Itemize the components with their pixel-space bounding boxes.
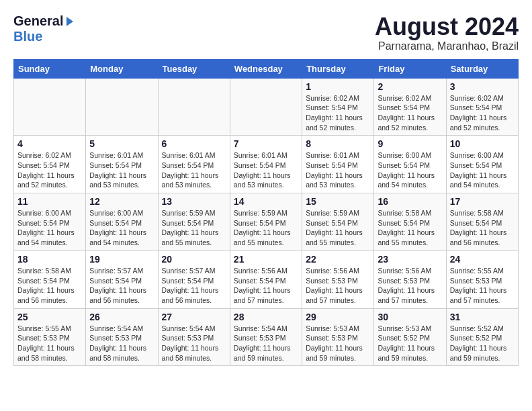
calendar-cell: 21Sunrise: 5:56 AMSunset: 5:54 PMDayligh…	[230, 250, 302, 308]
calendar-header: SundayMondayTuesdayWednesdayThursdayFrid…	[14, 59, 519, 78]
day-number: 27	[162, 312, 226, 322]
calendar-cell: 22Sunrise: 5:56 AMSunset: 5:53 PMDayligh…	[302, 250, 374, 308]
calendar-cell: 24Sunrise: 5:55 AMSunset: 5:53 PMDayligh…	[446, 250, 518, 308]
week-row-5: 25Sunrise: 5:55 AMSunset: 5:53 PMDayligh…	[14, 308, 519, 366]
day-info: Sunrise: 6:00 AMSunset: 5:54 PMDaylight:…	[450, 150, 515, 190]
day-number: 11	[17, 196, 82, 207]
calendar-cell: 27Sunrise: 5:54 AMSunset: 5:53 PMDayligh…	[158, 308, 230, 366]
day-number: 21	[234, 254, 298, 265]
calendar-cell: 15Sunrise: 5:59 AMSunset: 5:54 PMDayligh…	[302, 193, 374, 251]
day-info: Sunrise: 5:58 AMSunset: 5:54 PMDaylight:…	[17, 266, 82, 306]
day-info: Sunrise: 5:56 AMSunset: 5:53 PMDaylight:…	[306, 266, 370, 306]
svg-marker-0	[66, 17, 73, 26]
calendar-cell: 11Sunrise: 6:00 AMSunset: 5:54 PMDayligh…	[14, 193, 86, 251]
day-number: 30	[378, 312, 442, 322]
calendar-cell: 28Sunrise: 5:54 AMSunset: 5:53 PMDayligh…	[230, 308, 302, 366]
calendar-cell: 12Sunrise: 6:00 AMSunset: 5:54 PMDayligh…	[86, 193, 158, 251]
day-number: 13	[162, 196, 226, 207]
day-info: Sunrise: 5:52 AMSunset: 5:52 PMDaylight:…	[450, 324, 515, 363]
day-header-thursday: Thursday	[302, 59, 374, 78]
calendar-cell: 1Sunrise: 6:02 AMSunset: 5:54 PMDaylight…	[302, 78, 374, 136]
calendar-cell: 18Sunrise: 5:58 AMSunset: 5:54 PMDayligh…	[14, 250, 86, 308]
day-info: Sunrise: 5:58 AMSunset: 5:54 PMDaylight:…	[450, 208, 515, 248]
calendar-cell: 6Sunrise: 6:01 AMSunset: 5:54 PMDaylight…	[158, 136, 230, 193]
day-info: Sunrise: 5:53 AMSunset: 5:52 PMDaylight:…	[378, 324, 442, 363]
day-number: 14	[234, 196, 298, 207]
logo: General Blue	[13, 13, 77, 44]
day-info: Sunrise: 5:54 AMSunset: 5:53 PMDaylight:…	[89, 324, 154, 363]
week-row-2: 4Sunrise: 6:02 AMSunset: 5:54 PMDaylight…	[14, 136, 519, 193]
calendar-cell: 25Sunrise: 5:55 AMSunset: 5:53 PMDayligh…	[14, 308, 86, 366]
day-header-monday: Monday	[86, 59, 158, 78]
calendar-cell: 14Sunrise: 5:59 AMSunset: 5:54 PMDayligh…	[230, 193, 302, 251]
calendar-cell: 26Sunrise: 5:54 AMSunset: 5:53 PMDayligh…	[86, 308, 158, 366]
calendar-cell: 2Sunrise: 6:02 AMSunset: 5:54 PMDaylight…	[374, 78, 446, 136]
calendar-cell: 16Sunrise: 5:58 AMSunset: 5:54 PMDayligh…	[374, 193, 446, 251]
calendar-cell: 23Sunrise: 5:56 AMSunset: 5:53 PMDayligh…	[374, 250, 446, 308]
calendar-cell: 5Sunrise: 6:01 AMSunset: 5:54 PMDaylight…	[86, 136, 158, 193]
calendar-cell: 3Sunrise: 6:02 AMSunset: 5:54 PMDaylight…	[446, 78, 518, 136]
calendar-cell: 9Sunrise: 6:00 AMSunset: 5:54 PMDaylight…	[374, 136, 446, 193]
day-info: Sunrise: 5:57 AMSunset: 5:54 PMDaylight:…	[89, 266, 154, 306]
logo-blue-text: Blue	[13, 29, 42, 44]
calendar-cell: 8Sunrise: 6:01 AMSunset: 5:54 PMDaylight…	[302, 136, 374, 193]
day-number: 2	[378, 81, 442, 92]
day-info: Sunrise: 5:59 AMSunset: 5:54 PMDaylight:…	[234, 208, 298, 248]
day-info: Sunrise: 6:00 AMSunset: 5:54 PMDaylight:…	[89, 208, 154, 248]
day-header-wednesday: Wednesday	[230, 59, 302, 78]
calendar-cell	[14, 78, 86, 136]
calendar-cell: 20Sunrise: 5:57 AMSunset: 5:54 PMDayligh…	[158, 250, 230, 308]
calendar-cell: 30Sunrise: 5:53 AMSunset: 5:52 PMDayligh…	[374, 308, 446, 366]
day-info: Sunrise: 5:57 AMSunset: 5:54 PMDaylight:…	[162, 266, 226, 306]
day-info: Sunrise: 6:01 AMSunset: 5:54 PMDaylight:…	[89, 150, 154, 190]
day-info: Sunrise: 6:01 AMSunset: 5:54 PMDaylight:…	[306, 150, 370, 190]
day-number: 9	[378, 138, 442, 149]
day-number: 12	[89, 196, 154, 207]
day-info: Sunrise: 5:56 AMSunset: 5:54 PMDaylight:…	[234, 266, 298, 306]
day-number: 8	[306, 138, 370, 149]
calendar-cell: 4Sunrise: 6:02 AMSunset: 5:54 PMDaylight…	[14, 136, 86, 193]
day-number: 19	[89, 254, 154, 265]
header-row: SundayMondayTuesdayWednesdayThursdayFrid…	[14, 59, 519, 78]
logo-arrow-icon	[64, 15, 76, 28]
calendar-cell: 29Sunrise: 5:53 AMSunset: 5:53 PMDayligh…	[302, 308, 374, 366]
day-info: Sunrise: 6:00 AMSunset: 5:54 PMDaylight:…	[378, 150, 442, 190]
title-block: August 2024 Parnarama, Maranhao, Brazil	[375, 13, 519, 52]
location-subtitle: Parnarama, Maranhao, Brazil	[375, 40, 519, 52]
calendar-cell: 10Sunrise: 6:00 AMSunset: 5:54 PMDayligh…	[446, 136, 518, 193]
day-info: Sunrise: 5:55 AMSunset: 5:53 PMDaylight:…	[450, 266, 515, 306]
week-row-3: 11Sunrise: 6:00 AMSunset: 5:54 PMDayligh…	[14, 193, 519, 251]
day-info: Sunrise: 5:54 AMSunset: 5:53 PMDaylight:…	[234, 324, 298, 363]
day-number: 20	[162, 254, 226, 265]
day-number: 4	[17, 138, 82, 149]
day-info: Sunrise: 6:01 AMSunset: 5:54 PMDaylight:…	[162, 150, 226, 190]
day-number: 24	[450, 254, 515, 265]
calendar-cell: 7Sunrise: 6:01 AMSunset: 5:54 PMDaylight…	[230, 136, 302, 193]
day-header-tuesday: Tuesday	[158, 59, 230, 78]
day-info: Sunrise: 5:54 AMSunset: 5:53 PMDaylight:…	[162, 324, 226, 363]
day-number: 26	[89, 312, 154, 322]
day-number: 17	[450, 196, 515, 207]
day-info: Sunrise: 6:02 AMSunset: 5:54 PMDaylight:…	[17, 150, 82, 190]
day-info: Sunrise: 5:59 AMSunset: 5:54 PMDaylight:…	[306, 208, 370, 248]
day-number: 6	[162, 138, 226, 149]
day-number: 16	[378, 196, 442, 207]
calendar-cell	[230, 78, 302, 136]
day-info: Sunrise: 6:02 AMSunset: 5:54 PMDaylight:…	[450, 93, 515, 133]
day-info: Sunrise: 6:02 AMSunset: 5:54 PMDaylight:…	[306, 93, 370, 133]
calendar-cell: 19Sunrise: 5:57 AMSunset: 5:54 PMDayligh…	[86, 250, 158, 308]
logo-general-text: General	[13, 13, 63, 29]
day-info: Sunrise: 5:55 AMSunset: 5:53 PMDaylight:…	[17, 324, 82, 363]
week-row-1: 1Sunrise: 6:02 AMSunset: 5:54 PMDaylight…	[14, 78, 519, 136]
calendar-cell: 17Sunrise: 5:58 AMSunset: 5:54 PMDayligh…	[446, 193, 518, 251]
calendar-cell: 31Sunrise: 5:52 AMSunset: 5:52 PMDayligh…	[446, 308, 518, 366]
calendar-cell	[86, 78, 158, 136]
calendar-cell	[158, 78, 230, 136]
day-info: Sunrise: 5:56 AMSunset: 5:53 PMDaylight:…	[378, 266, 442, 306]
day-info: Sunrise: 5:58 AMSunset: 5:54 PMDaylight:…	[378, 208, 442, 248]
month-year-title: August 2024	[375, 13, 519, 40]
day-header-saturday: Saturday	[446, 59, 518, 78]
day-number: 28	[234, 312, 298, 322]
day-number: 7	[234, 138, 298, 149]
page-header: General Blue August 2024 Parnarama, Mara…	[13, 13, 519, 52]
